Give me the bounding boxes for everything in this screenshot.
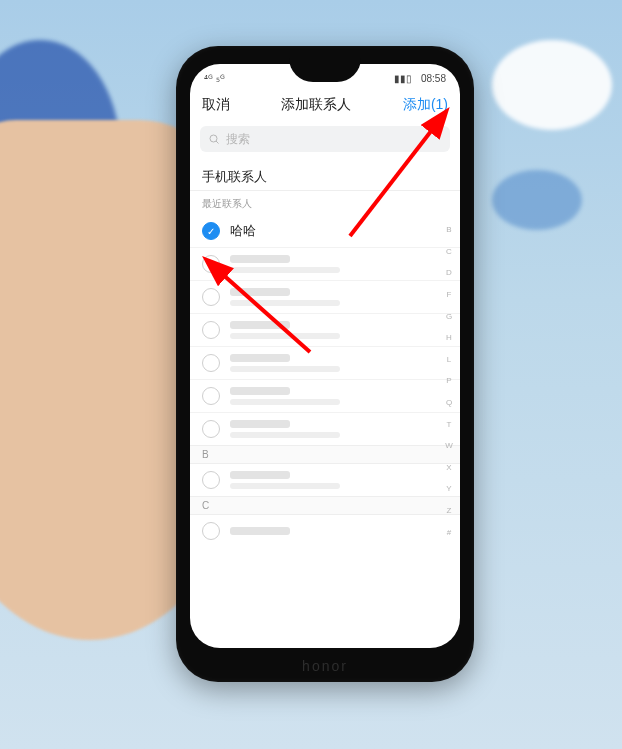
phone-frame: ⁴ᴳ ₅ᴳ ▮▮▯ 08:58 取消 添加联系人 添加(1) 搜索 手机联系人 …: [176, 46, 474, 682]
cancel-button[interactable]: 取消: [202, 96, 230, 114]
section-recent: 最近联系人: [190, 190, 460, 215]
add-button[interactable]: 添加(1): [403, 96, 448, 114]
index-letter[interactable]: Q: [442, 398, 456, 407]
search-placeholder: 搜索: [226, 131, 250, 148]
index-letter[interactable]: T: [442, 420, 456, 429]
search-icon: [208, 133, 220, 145]
contact-row[interactable]: [190, 379, 460, 412]
background-blob: [492, 40, 612, 130]
battery-icon: ▮▮▯: [394, 73, 412, 84]
index-letter[interactable]: P: [442, 376, 456, 385]
add-button-label: 添加: [403, 96, 431, 112]
contact-list: 哈哈: [190, 215, 460, 547]
background-blob: [492, 170, 582, 230]
contact-name: 哈哈: [230, 222, 256, 240]
checkbox[interactable]: [202, 321, 220, 339]
contact-name-blurred: [230, 321, 340, 339]
contact-row[interactable]: [190, 280, 460, 313]
index-letter[interactable]: X: [442, 463, 456, 472]
index-letter[interactable]: D: [442, 268, 456, 277]
header-bar: 取消 添加联系人 添加(1): [190, 88, 460, 124]
checkbox[interactable]: [202, 387, 220, 405]
signal-icon: ⁴ᴳ ₅ᴳ: [204, 73, 225, 84]
section-phone-contacts: 手机联系人: [190, 162, 460, 190]
index-letter[interactable]: Z: [442, 506, 456, 515]
contact-row[interactable]: [190, 464, 460, 496]
contact-name-blurred: [230, 255, 340, 273]
index-letter[interactable]: L: [442, 355, 456, 364]
clock: 08:58: [421, 73, 446, 84]
index-letter[interactable]: #: [442, 528, 456, 537]
phone-screen: ⁴ᴳ ₅ᴳ ▮▮▯ 08:58 取消 添加联系人 添加(1) 搜索 手机联系人 …: [190, 64, 460, 648]
contact-name-blurred: [230, 527, 290, 535]
alpha-index[interactable]: BCDFGHLPQTWXYZ#: [442, 219, 456, 543]
contact-row[interactable]: [190, 515, 460, 547]
index-letter[interactable]: G: [442, 312, 456, 321]
status-bar: ⁴ᴳ ₅ᴳ ▮▮▯ 08:58: [190, 64, 460, 88]
checkbox[interactable]: [202, 522, 220, 540]
index-letter[interactable]: B: [442, 225, 456, 234]
checkbox[interactable]: [202, 354, 220, 372]
group-header-c: C: [190, 496, 460, 515]
checkbox-checked[interactable]: [202, 222, 220, 240]
checkbox[interactable]: [202, 288, 220, 306]
svg-line-1: [216, 141, 219, 144]
contact-row[interactable]: [190, 346, 460, 379]
index-letter[interactable]: F: [442, 290, 456, 299]
contact-row[interactable]: [190, 247, 460, 280]
index-letter[interactable]: Y: [442, 484, 456, 493]
checkbox[interactable]: [202, 420, 220, 438]
contact-name-blurred: [230, 354, 340, 372]
contact-name-blurred: [230, 420, 340, 438]
contact-row[interactable]: [190, 313, 460, 346]
contact-name-blurred: [230, 387, 340, 405]
index-letter[interactable]: W: [442, 441, 456, 450]
group-header-b: B: [190, 445, 460, 464]
contact-name-blurred: [230, 471, 340, 489]
search-input[interactable]: 搜索: [200, 126, 450, 152]
add-button-count: (1): [431, 96, 448, 112]
checkbox[interactable]: [202, 255, 220, 273]
index-letter[interactable]: C: [442, 247, 456, 256]
contact-row[interactable]: [190, 412, 460, 445]
contact-row[interactable]: 哈哈: [190, 215, 460, 247]
contact-name-blurred: [230, 288, 340, 306]
index-letter[interactable]: H: [442, 333, 456, 342]
svg-point-0: [210, 135, 217, 142]
phone-brand: honor: [176, 658, 474, 674]
checkbox[interactable]: [202, 471, 220, 489]
page-title: 添加联系人: [281, 96, 351, 114]
